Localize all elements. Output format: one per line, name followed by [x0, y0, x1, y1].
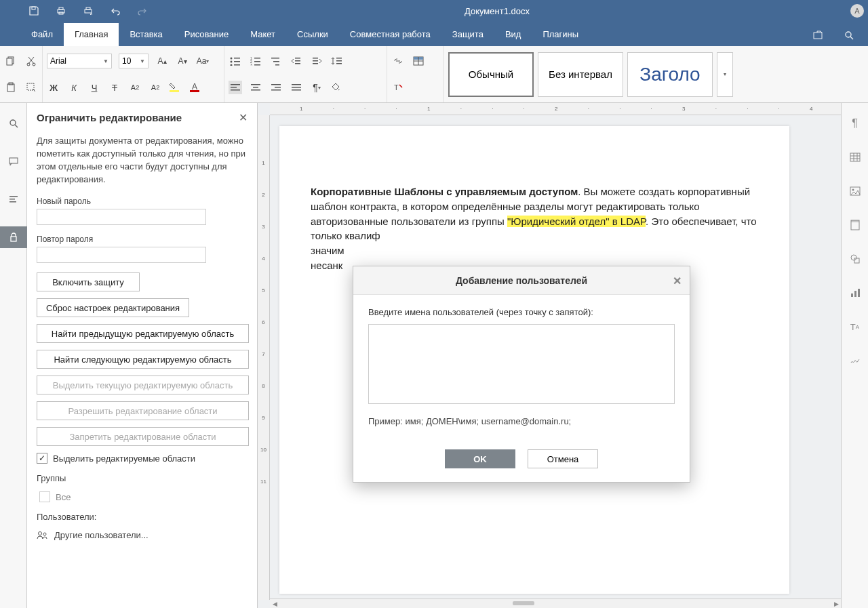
protect-icon[interactable] — [0, 226, 27, 248]
svg-point-20 — [231, 61, 233, 63]
insert-table-icon[interactable] — [412, 54, 425, 68]
paragraph-settings-icon[interactable]: ¶ — [847, 115, 863, 131]
print-icon[interactable] — [56, 5, 66, 16]
horizontal-ruler[interactable]: 1 · · · 1 · · · 2 · · · 3 · · · 4 · · · … — [270, 103, 841, 115]
reset-button[interactable]: Сброс настроек редактирования — [37, 298, 189, 317]
font-color-icon[interactable]: A — [189, 81, 203, 94]
tab-protect[interactable]: Защита — [441, 23, 494, 46]
select-icon[interactable] — [24, 81, 38, 94]
svg-rect-32 — [275, 64, 279, 66]
subscript-icon[interactable]: A2 — [149, 81, 162, 94]
allow-edit-button: Разрешить редактирование области — [37, 401, 249, 420]
align-center-icon[interactable] — [249, 81, 262, 94]
change-case-icon[interactable]: Aa▾ — [196, 54, 210, 68]
other-users-link[interactable]: Другие пользователи... — [37, 530, 248, 540]
right-rail: ¶ TA — [841, 103, 868, 608]
numbering-icon[interactable]: 123 — [249, 54, 262, 68]
find-next-button[interactable]: Найти следующую редактируемую область — [37, 350, 249, 369]
inc-indent-icon[interactable] — [310, 54, 323, 68]
highlight-icon[interactable] — [169, 81, 182, 94]
align-right-icon[interactable] — [269, 81, 283, 94]
decrease-font-icon[interactable]: A▾ — [176, 54, 189, 68]
strikethrough-icon[interactable]: Т — [108, 81, 121, 94]
dec-indent-icon[interactable] — [290, 54, 303, 68]
shading-icon[interactable] — [330, 81, 344, 94]
align-left-icon[interactable] — [229, 81, 242, 94]
nonprinting-icon[interactable]: ¶▾ — [310, 81, 323, 94]
align-justify-icon[interactable] — [290, 81, 303, 94]
signature-settings-icon[interactable] — [847, 352, 863, 369]
chart-settings-icon[interactable] — [847, 285, 863, 301]
scroll-right-icon[interactable]: ▶ — [831, 601, 841, 607]
increase-font-icon[interactable]: A▴ — [155, 54, 169, 68]
users-textarea[interactable] — [368, 324, 675, 404]
copy-icon[interactable] — [4, 54, 18, 68]
comments-icon[interactable] — [0, 150, 27, 172]
quickprint-icon[interactable] — [83, 5, 94, 16]
user-menu[interactable]: A — [846, 4, 868, 18]
find-prev-button[interactable]: Найти предыдущую редактируемую область — [37, 324, 249, 343]
close-panel-icon[interactable]: ✕ — [239, 111, 248, 124]
undo-icon[interactable] — [110, 5, 121, 16]
bold-icon[interactable]: Ж — [47, 81, 60, 94]
paste-icon[interactable] — [4, 81, 18, 94]
scroll-thumb[interactable] — [513, 601, 534, 605]
bullets-icon[interactable] — [229, 54, 242, 68]
vertical-ruler[interactable]: 1234567891011 — [258, 115, 270, 600]
svg-rect-45 — [251, 84, 260, 85]
clear-format-icon[interactable]: T — [391, 81, 405, 94]
tab-collab[interactable]: Совместная работа — [339, 23, 441, 46]
font-name-select[interactable]: Arial▼ — [47, 54, 112, 68]
save-icon[interactable] — [28, 5, 39, 16]
tab-references[interactable]: Ссылки — [286, 23, 339, 46]
tab-insert[interactable]: Вставка — [119, 23, 173, 46]
svg-rect-43 — [231, 87, 237, 88]
svg-rect-30 — [271, 58, 279, 59]
scroll-left-icon[interactable]: ◀ — [270, 601, 279, 607]
font-group: Arial▼ 10▼ A▴ A▾ Aa▾ Ж К Ч Т A2 A2 A — [43, 46, 224, 102]
image-settings-icon[interactable] — [847, 183, 863, 199]
find-icon[interactable] — [0, 113, 27, 134]
multilevel-icon[interactable] — [269, 54, 283, 68]
style-nospacing[interactable]: Без интервал — [538, 52, 623, 97]
shape-settings-icon[interactable] — [847, 251, 863, 267]
italic-icon[interactable]: К — [67, 81, 81, 94]
search-icon[interactable] — [844, 30, 854, 41]
cancel-button[interactable]: Отмена — [528, 449, 598, 468]
line-spacing-icon[interactable] — [330, 54, 344, 68]
tab-plugins[interactable]: Плагины — [532, 23, 589, 46]
font-size-select[interactable]: 10▼ — [119, 54, 149, 68]
svg-rect-2 — [59, 7, 63, 9]
document-text[interactable]: Корпоративные Шаблоны с управляемым дост… — [311, 184, 762, 273]
table-settings-icon[interactable] — [847, 149, 863, 165]
dialog-close-icon[interactable]: ✕ — [673, 275, 682, 287]
enable-protection-button[interactable]: Включить защиту — [37, 272, 140, 291]
style-normal[interactable]: Обычный — [448, 52, 534, 97]
tab-view[interactable]: Вид — [494, 23, 532, 46]
textart-settings-icon[interactable]: TA — [847, 319, 863, 335]
superscript-icon[interactable]: A2 — [128, 81, 142, 94]
insert-link-icon[interactable] — [391, 54, 405, 68]
all-checkbox[interactable] — [39, 491, 50, 502]
redo-icon[interactable] — [137, 5, 148, 16]
style-heading1[interactable]: Заголо — [627, 52, 713, 97]
cut-icon[interactable] — [24, 54, 38, 68]
avatar: A — [850, 4, 864, 18]
tab-home[interactable]: Главная — [64, 23, 119, 46]
quick-access-toolbar — [0, 5, 148, 16]
open-location-icon[interactable] — [812, 30, 823, 41]
highlight-checkbox[interactable] — [37, 453, 47, 464]
header-settings-icon[interactable] — [847, 217, 863, 233]
insert-group: T — [387, 46, 444, 102]
tab-draw[interactable]: Рисование — [174, 23, 239, 46]
svg-rect-23 — [234, 64, 240, 66]
repeat-input[interactable] — [37, 247, 206, 263]
ok-button[interactable]: OK — [445, 449, 515, 468]
tab-file[interactable]: Файл — [20, 23, 64, 46]
tab-layout[interactable]: Макет — [239, 23, 286, 46]
headings-icon[interactable] — [0, 188, 27, 210]
h-scrollbar[interactable]: ◀ ▶ — [270, 599, 841, 608]
styles-dropdown[interactable]: ▾ — [717, 52, 733, 97]
underline-icon[interactable]: Ч — [87, 81, 101, 94]
newpass-input[interactable] — [37, 209, 206, 225]
